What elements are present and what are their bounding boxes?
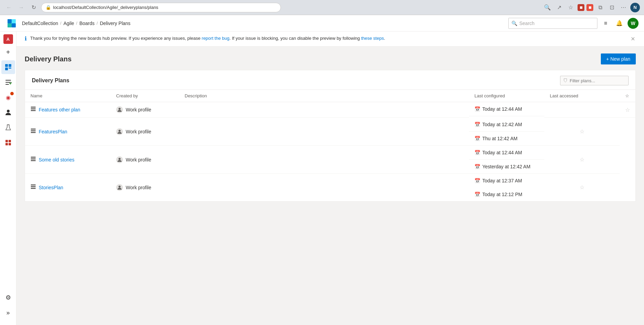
plan-name-link[interactable]: Features other plan (39, 107, 80, 112)
svg-rect-0 (8, 19, 12, 23)
svg-rect-1 (12, 19, 16, 23)
user-avatar-nav[interactable]: W (628, 18, 639, 29)
calendar-icon-accessed: 📅 (474, 136, 480, 141)
breadcrumb-item-0[interactable]: DefaultCollection (22, 21, 58, 26)
plan-name-cell: Features other plan (25, 102, 111, 118)
sidebar-item-boards[interactable] (1, 60, 15, 74)
svg-rect-14 (9, 140, 11, 142)
plan-name-cell: StoriesPlan (25, 174, 111, 201)
info-banner: ℹ Thank you for trying the new boards hu… (16, 32, 644, 47)
created-by-cell: Work profile (111, 174, 179, 201)
last-accessed-cell: 📅 Today at 12:12 PM (469, 188, 544, 201)
filter-input[interactable] (570, 78, 626, 83)
description-cell (179, 102, 469, 118)
list-icon-button[interactable]: ≡ (600, 18, 611, 29)
svg-rect-9 (5, 82, 11, 83)
back-button[interactable]: ← (4, 3, 14, 12)
browser-user-avatar[interactable]: N (630, 3, 640, 12)
breadcrumb-item-1[interactable]: Agile (63, 21, 74, 26)
favorite-star-button[interactable]: ☆ (625, 107, 630, 113)
more-button[interactable]: ⋯ (619, 3, 628, 12)
breadcrumb: DefaultCollection / Agile / Boards / Del… (22, 21, 508, 26)
svg-rect-12 (7, 124, 9, 125)
svg-point-32 (119, 185, 121, 188)
th-description: Description (179, 90, 469, 102)
plan-name-link[interactable]: StoriesPlan (39, 185, 63, 190)
extension-1: ◼ (578, 4, 584, 11)
sidebar-item-badge[interactable]: ◉ (1, 91, 15, 104)
page-title: Delivery Plans (25, 55, 72, 63)
user-icon (116, 106, 123, 113)
forward-button[interactable]: → (16, 3, 26, 12)
search-page-button[interactable]: 🔍 (543, 3, 552, 12)
search-input[interactable] (519, 21, 594, 26)
sidebar-item-add[interactable]: + (1, 45, 15, 59)
new-plan-button[interactable]: + New plan (601, 53, 636, 64)
svg-point-11 (7, 110, 10, 112)
svg-rect-10 (5, 84, 9, 85)
top-nav-right: 🔍 ≡ 🔔 W (508, 18, 639, 29)
table-row: StoriesPlan Work profile 📅 (25, 174, 635, 201)
last-accessed-cell (544, 102, 620, 118)
star-cell: ☆ (544, 118, 620, 146)
filter-icon: ⛉ (563, 78, 568, 83)
sidebar-item-collapse[interactable]: » (1, 306, 15, 320)
sidebar-item-people[interactable] (1, 106, 15, 119)
refresh-button[interactable]: ↻ (29, 3, 38, 12)
user-icon (116, 128, 123, 135)
svg-rect-8 (5, 80, 11, 81)
app-logo[interactable] (5, 17, 18, 29)
banner-text: Thank you for trying the new boards hub … (30, 35, 627, 42)
th-last-configured: Last configured (469, 90, 544, 102)
these-steps-link[interactable]: these steps (361, 36, 384, 41)
svg-point-24 (119, 130, 121, 132)
bell-icon-button[interactable]: 🔔 (614, 18, 625, 29)
sidebar-item-checklist[interactable] (1, 75, 15, 89)
last-configured-cell: 📅 Today at 12:42 AM (469, 118, 544, 132)
svg-rect-6 (5, 68, 8, 70)
svg-rect-19 (31, 110, 36, 111)
banner-close-button[interactable]: ✕ (630, 35, 636, 43)
breadcrumb-item-3[interactable]: Delivery Plans (100, 21, 130, 26)
favorite-star-button[interactable]: ☆ (580, 128, 584, 135)
description-cell (179, 146, 469, 174)
svg-rect-4 (5, 64, 8, 67)
sidebar-item-box[interactable] (1, 136, 15, 149)
sidebar-item-settings[interactable]: ⚙ (1, 291, 15, 304)
split-view-button[interactable]: ⊡ (607, 3, 617, 12)
svg-rect-16 (9, 143, 11, 145)
table-row: Some old stories Work profile 📅 (25, 146, 635, 174)
plan-icon (30, 156, 36, 163)
lock-icon: 🔒 (46, 5, 51, 10)
last-accessed-cell: 📅 Yesterday at 12:42 AM (469, 160, 544, 174)
extensions-button[interactable]: ⧉ (595, 3, 605, 12)
favorite-star-button[interactable]: ☆ (580, 156, 584, 163)
plan-name-link[interactable]: FeaturesPlan (39, 129, 67, 134)
plan-name-link[interactable]: Some old stories (39, 157, 74, 162)
main-content: ℹ Thank you for trying the new boards hu… (16, 32, 644, 325)
svg-rect-21 (31, 129, 36, 130)
svg-rect-23 (31, 132, 36, 133)
breadcrumb-item-2[interactable]: Boards (79, 21, 95, 26)
created-by-cell: Work profile (111, 118, 179, 146)
app-container: DefaultCollection / Agile / Boards / Del… (0, 15, 644, 325)
table-header-row: Name Created by Description Last configu… (25, 90, 635, 102)
side-avatar[interactable]: A (3, 34, 13, 44)
share-button[interactable]: ↗ (554, 3, 564, 12)
report-bug-link[interactable]: report the bug (202, 36, 230, 41)
plan-icon (30, 106, 36, 113)
favorite-star-button[interactable]: ☆ (580, 184, 584, 191)
search-box[interactable]: 🔍 (508, 18, 597, 29)
address-bar[interactable]: 🔒 localhost/DefaultCollection/Agile/_del… (41, 3, 281, 12)
description-cell (179, 174, 469, 201)
info-icon: ℹ (25, 35, 27, 42)
filter-box[interactable]: ⛉ (560, 76, 629, 85)
sidebar-item-flask[interactable] (1, 121, 15, 134)
favorite-button[interactable]: ☆ (566, 3, 575, 12)
last-configured-cell: 📅 Today at 12:44 AM (469, 146, 544, 160)
side-nav-bottom: ⚙ » (1, 291, 15, 322)
calendar-icon: 📅 (474, 178, 480, 183)
calendar-icon: 📅 (474, 106, 480, 112)
user-icon (116, 184, 123, 191)
breadcrumb-sep-1: / (76, 21, 77, 26)
